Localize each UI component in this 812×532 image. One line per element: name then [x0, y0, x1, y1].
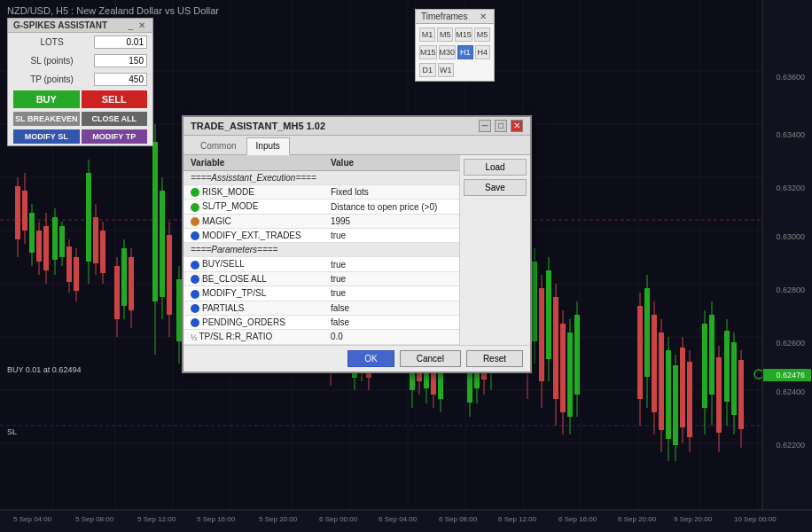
tf-m30[interactable]: M30 [439, 45, 457, 59]
pending-orders-icon [191, 318, 199, 327]
svg-text:0.62800: 0.62800 [776, 286, 805, 294]
lots-label: LOTS [13, 37, 90, 47]
dialog-close-btn[interactable]: ✕ [511, 120, 523, 132]
tf-d1[interactable]: D1 [419, 63, 436, 77]
sl-input[interactable] [94, 54, 147, 67]
sl-row: SL (points) [8, 51, 152, 70]
svg-rect-58 [167, 235, 172, 315]
svg-text:5 Sep 08:00: 5 Sep 08:00 [75, 515, 114, 523]
svg-rect-154 [716, 357, 722, 433]
table-row: BE_CLOSE ALL true [183, 271, 459, 286]
param-be-close-value: true [324, 271, 459, 286]
svg-text:5 Sep 04:00: 5 Sep 04:00 [13, 515, 52, 523]
load-button[interactable]: Load [464, 159, 527, 176]
svg-rect-128 [560, 324, 566, 412]
ok-button[interactable]: OK [347, 350, 394, 367]
close-all-button[interactable]: CLOSE ALL [82, 112, 148, 126]
lots-input[interactable] [94, 35, 147, 49]
svg-text:0.63000: 0.63000 [776, 232, 805, 241]
save-button[interactable]: Save [464, 179, 527, 196]
timeframes-close-btn[interactable]: ✕ [478, 12, 488, 21]
buysell-icon [191, 261, 199, 270]
param-pending-orders-value: false [324, 315, 459, 329]
tf-h4[interactable]: H4 [475, 45, 490, 59]
svg-rect-46 [100, 231, 105, 273]
svg-text:5 Sep 20:00: 5 Sep 20:00 [259, 515, 298, 523]
timeframes-grid-row3: D1 W1 [416, 63, 494, 81]
partials-icon [191, 304, 199, 313]
gspikes-close-btn[interactable]: ✕ [137, 20, 147, 30]
modify-ext-icon [191, 231, 199, 240]
timeframes-title-text: Timeframes [421, 12, 467, 21]
tf-m1[interactable]: M1 [419, 27, 435, 42]
params-table: Variable Value ====Assisstant_Execution=… [183, 155, 459, 345]
table-row: PENDING_ORDERS false [183, 315, 459, 329]
buy-sell-row: BUY SELL [8, 89, 152, 110]
tp-input[interactable] [94, 73, 147, 86]
magic-icon [191, 217, 199, 226]
modify-sl-button[interactable]: MODIFY SL [13, 129, 80, 144]
cancel-button[interactable]: Cancel [400, 350, 461, 367]
modify-tpsl-icon [191, 290, 199, 299]
tf-m15[interactable]: M15 [455, 27, 472, 42]
svg-rect-40 [74, 257, 79, 291]
svg-rect-122 [539, 288, 544, 381]
svg-text:10 Sep 00:00: 10 Sep 00:00 [734, 515, 777, 523]
section-parameters: ====Parameters==== [183, 243, 459, 257]
param-rr-ratio-label: ½TP/SL R:R_RATIO [183, 330, 324, 344]
param-sltp-mode-value: Distance to open price (>0) [324, 200, 459, 214]
sell-button[interactable]: SELL [82, 90, 148, 108]
svg-rect-148 [687, 362, 692, 437]
tf-m5b[interactable]: M5 [474, 27, 490, 42]
svg-rect-26 [22, 191, 27, 231]
table-row: MAGIC 1995 [183, 214, 459, 228]
tab-inputs[interactable]: Inputs [246, 137, 290, 155]
buy-button[interactable]: BUY [13, 90, 80, 108]
tf-m5[interactable]: M5 [437, 27, 453, 42]
svg-rect-38 [66, 246, 72, 282]
svg-text:0.63200: 0.63200 [776, 184, 805, 192]
table-row: ====Assisstant_Execution==== [183, 171, 459, 185]
svg-rect-132 [574, 315, 580, 395]
risk-mode-icon [191, 188, 199, 197]
svg-rect-142 [666, 350, 671, 439]
svg-text:0.62200: 0.62200 [776, 441, 805, 450]
params-table-container[interactable]: Variable Value ====Assisstant_Execution=… [183, 155, 459, 345]
gspikes-panel: G-SPIKES ASSISTANT _ ✕ LOTS SL (points) … [7, 18, 153, 146]
param-modify-ext-value: true [324, 229, 459, 243]
svg-text:SL: SL [7, 427, 17, 436]
tf-h1[interactable]: H1 [457, 45, 472, 59]
dialog-bottom-buttons: OK Cancel Reset [183, 345, 530, 372]
sl-breakeven-button[interactable]: SL BREAKEVEN [13, 112, 80, 126]
param-pending-orders-label: PENDING_ORDERS [183, 315, 324, 329]
svg-text:0.63600: 0.63600 [776, 73, 805, 82]
param-partials-label: PARTIALS [183, 301, 324, 315]
dialog-side-buttons: Load Save [459, 155, 530, 345]
svg-rect-56 [160, 191, 165, 297]
reset-button[interactable]: Reset [466, 350, 523, 367]
tf-w1[interactable]: W1 [438, 63, 455, 77]
table-row: RISK_MODE Fixed lots [183, 185, 459, 200]
param-modify-tpsl-value: true [324, 286, 459, 301]
svg-rect-156 [724, 331, 730, 402]
param-risk-mode-value: Fixed lots [324, 185, 459, 200]
tab-common[interactable]: Common [191, 137, 246, 154]
sl-label: SL (points) [13, 56, 90, 66]
gspikes-minimize-btn[interactable]: _ [126, 20, 135, 30]
svg-text:0.63400: 0.63400 [776, 130, 805, 139]
dialog-minimize-btn[interactable]: ─ [479, 120, 491, 132]
svg-rect-28 [29, 213, 35, 253]
svg-rect-152 [709, 315, 714, 395]
svg-rect-136 [644, 288, 650, 377]
tf-m15b[interactable]: M15 [419, 45, 437, 59]
svg-text:6 Sep 08:00: 6 Sep 08:00 [439, 515, 478, 523]
tp-row: TP (points) [8, 70, 152, 89]
sltp-mode-icon [191, 203, 199, 212]
dialog-maximize-btn[interactable]: □ [495, 120, 507, 132]
col-value: Value [324, 155, 459, 171]
modify-tp-button[interactable]: MODIFY TP [82, 129, 148, 144]
col-variable: Variable [183, 155, 324, 171]
lots-row: LOTS [8, 33, 152, 51]
svg-rect-44 [93, 217, 98, 263]
rr-ratio-icon: ½ [191, 333, 198, 342]
